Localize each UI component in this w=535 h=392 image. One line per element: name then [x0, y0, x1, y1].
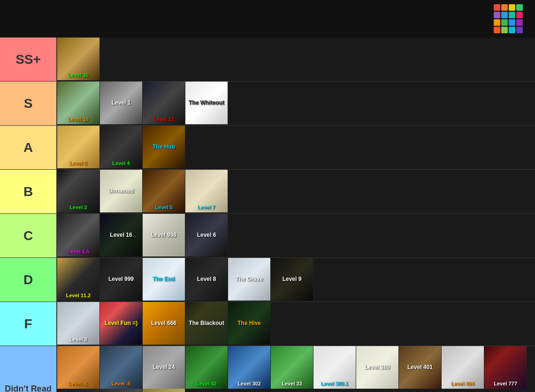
- tier-label-s: S: [0, 82, 56, 125]
- tier-item-label-level_5: Level -5: [100, 381, 142, 387]
- tier-item-label-level112: Level 11.2: [57, 293, 99, 299]
- tier-label-f: F: [0, 302, 56, 346]
- tier-item-label-level2: Level 2: [57, 204, 99, 211]
- tier-items-s: Level 10Level 1Level 11The Whiteout: [56, 82, 535, 125]
- tier-item-label-level11: Level 11: [143, 116, 185, 122]
- tier-item-label-level15: Level 1.5: [57, 249, 99, 255]
- tier-items-b: Level 2UnnamedLevel 5Level 7: [56, 170, 535, 213]
- tier-item-bg-level700: [100, 389, 142, 392]
- tier-item-label-blackout: The Blackout: [185, 320, 228, 327]
- tier-item-level1[interactable]: Level 1: [100, 82, 143, 124]
- tier-item-hub[interactable]: The Hub: [143, 126, 185, 168]
- tier-item-label-level404: Level 404: [442, 381, 484, 387]
- tier-items-f: Level 3Level Fun =)Level 666The Blackout…: [56, 302, 535, 346]
- tier-item-level700[interactable]: Level 700: [100, 389, 143, 392]
- tier-item-label-level33: Level 33: [271, 381, 313, 387]
- tier-item-level7[interactable]: Level 7: [185, 170, 228, 212]
- tier-item-level0[interactable]: Level 0: [57, 126, 100, 168]
- tier-row-a: ALevel 0Level 4The Hub: [0, 126, 535, 170]
- tier-item-level16[interactable]: Level 16: [100, 214, 143, 256]
- tier-item-level6[interactable]: Level 6: [185, 214, 228, 256]
- tier-item-level4[interactable]: Level 4: [100, 126, 143, 168]
- tier-item-level33[interactable]: Level 33: [271, 346, 313, 389]
- tier-item-bg-level807: [143, 389, 185, 392]
- logo-cell: [509, 27, 515, 33]
- tier-item-level35[interactable]: Level 35: [57, 38, 100, 80]
- tier-item-level998[interactable]: Level 998: [143, 214, 185, 256]
- tier-item-label-whiteout: The Whiteout: [185, 99, 228, 107]
- tier-item-level5[interactable]: Level 5: [143, 170, 185, 212]
- tier-item-label-level998: Level 998: [143, 232, 185, 239]
- tier-item-label-level4: Level 4: [100, 160, 142, 166]
- tier-item-label-hub: The Hub: [143, 143, 185, 151]
- logo-cell: [501, 12, 508, 18]
- logo-grid-icon: [494, 4, 523, 33]
- logo-cell: [494, 12, 500, 18]
- tier-item-level401[interactable]: Level 401: [399, 346, 442, 389]
- tier-item-label-unnamed: Unnamed: [100, 188, 142, 195]
- logo-cell: [516, 19, 523, 26]
- tier-item-level10[interactable]: Level 10: [57, 82, 100, 124]
- tier-item-level389[interactable]: Level 389: [356, 346, 399, 389]
- tier-label-c: C: [0, 214, 56, 257]
- tier-label-d: D: [0, 258, 56, 302]
- tier-item-level666[interactable]: Level 666: [143, 302, 185, 345]
- tier-item-levelfun[interactable]: Level Fun =): [100, 302, 143, 345]
- tier-label-b: B: [0, 170, 56, 213]
- tier-item-level404[interactable]: Level 404: [442, 346, 484, 389]
- logo-cell: [516, 12, 523, 18]
- tier-items-a: Level 0Level 4The Hub: [56, 126, 535, 169]
- tier-item-label-level389: Level 389: [356, 364, 398, 371]
- tier-item-level11[interactable]: Level 11: [143, 82, 185, 124]
- tier-item-garden[interactable]: The Garden: [57, 389, 100, 392]
- logo-cell: [494, 27, 500, 33]
- tier-item-theend[interactable]: The End: [143, 258, 185, 301]
- tier-item-level24[interactable]: Level 24: [143, 346, 185, 389]
- tier-item-level999[interactable]: Level 999: [100, 258, 143, 301]
- tier-item-label-level3891: Level 389.1: [313, 381, 356, 387]
- tier-item-level_1[interactable]: Level -1: [57, 346, 100, 389]
- tier-list: SS+Level 35SLevel 10Level 1Level 11The W…: [0, 38, 535, 392]
- tier-item-label-level777: Level 777: [484, 381, 527, 387]
- tier-item-label-level0: Level 0: [57, 160, 99, 166]
- tier-item-bg-garden: [57, 389, 99, 392]
- logo-cell: [509, 19, 515, 26]
- logo-cell: [501, 19, 508, 26]
- tier-item-level8[interactable]: Level 8: [185, 258, 228, 301]
- tier-item-blackout[interactable]: The Blackout: [185, 302, 228, 345]
- tier-item-level9[interactable]: Level 9: [271, 258, 313, 301]
- tier-row-b: BLevel 2UnnamedLevel 5Level 7: [0, 170, 535, 214]
- tier-row-ss: SS+Level 35: [0, 38, 535, 82]
- tier-item-level112[interactable]: Level 11.2: [57, 258, 100, 301]
- tier-item-level302[interactable]: Level 302: [228, 346, 271, 389]
- tier-items-dnr: Level -1Level -5Level 24Level 42Level 30…: [56, 346, 535, 392]
- tier-item-whiteout[interactable]: The Whiteout: [185, 82, 228, 124]
- logo-cell: [516, 4, 523, 11]
- tier-item-level3891[interactable]: Level 389.1: [313, 346, 356, 389]
- tier-items-ss: Level 35: [56, 38, 535, 81]
- tier-item-label-level6: Level 6: [185, 232, 228, 239]
- tier-item-level2[interactable]: Level 2: [57, 170, 100, 212]
- tier-item-label-level401: Level 401: [399, 364, 441, 371]
- tier-item-level_5[interactable]: Level -5: [100, 346, 143, 389]
- logo-cell: [501, 4, 508, 11]
- tier-item-level777[interactable]: Level 777: [484, 346, 527, 389]
- tier-row-f: FLevel 3Level Fun =)Level 666The Blackou…: [0, 302, 535, 346]
- tier-item-label-level7: Level 7: [185, 204, 228, 211]
- logo-cell: [501, 27, 508, 33]
- tier-items-d: Level 11.2Level 999The EndLevel 8The Gra…: [56, 258, 535, 302]
- tier-item-label-level10: Level 10: [57, 116, 99, 122]
- logo-cell: [509, 4, 515, 11]
- tier-item-level3[interactable]: Level 3: [57, 302, 100, 345]
- tier-item-label-level1: Level 1: [100, 99, 142, 107]
- logo-cell: [516, 27, 523, 33]
- tier-item-level42[interactable]: Level 42: [185, 346, 228, 389]
- tier-item-label-level9: Level 9: [271, 276, 313, 283]
- tier-item-hive[interactable]: The Hive: [228, 302, 271, 345]
- tier-item-grave[interactable]: The Grave: [228, 258, 271, 301]
- tier-label-a: A: [0, 126, 56, 169]
- tier-item-level15[interactable]: Level 1.5: [57, 214, 100, 256]
- tier-item-label-theend: The End: [143, 276, 185, 283]
- tier-item-unnamed[interactable]: Unnamed: [100, 170, 143, 212]
- tier-item-level807[interactable]: Level 807: [143, 389, 185, 392]
